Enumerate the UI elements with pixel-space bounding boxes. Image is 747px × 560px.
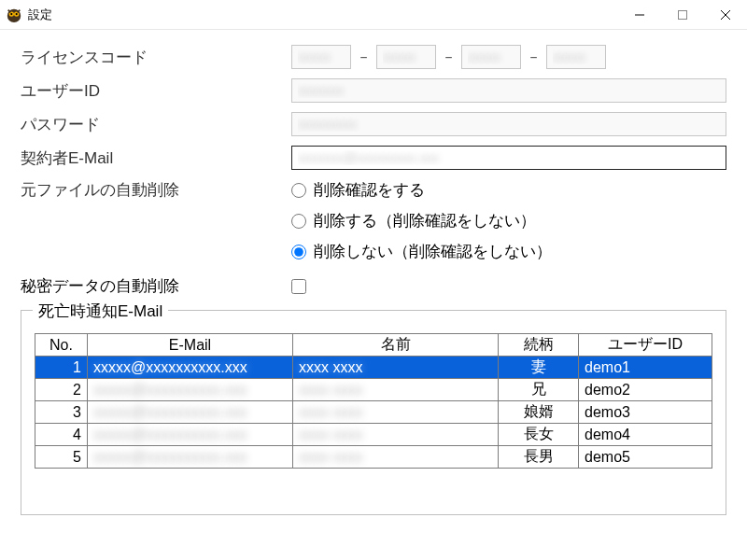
- cell-uid: demo4: [579, 424, 712, 446]
- row-license: ライセンスコード － － －: [21, 45, 726, 69]
- cell-name: xxxx xxxx: [293, 401, 499, 424]
- cell-rel: 妻: [499, 357, 579, 379]
- cell-name: xxxx xxxx: [293, 446, 499, 469]
- table-header-row: No. E-Mail 名前 続柄 ユーザーID: [35, 334, 712, 357]
- license-dash-3: －: [527, 49, 541, 66]
- content-area: ライセンスコード － － － ユーザーID パスワード 契約者E-Mail: [0, 30, 747, 515]
- table-row[interactable]: 3xxxxx@xxxxxxxxxx.xxxxxxx xxxx娘婿demo3: [35, 401, 712, 424]
- th-rel[interactable]: 続柄: [499, 334, 579, 357]
- license-seg2[interactable]: [376, 45, 436, 69]
- cell-no: 2: [35, 379, 88, 401]
- svg-point-3: [10, 13, 12, 15]
- license-seg3[interactable]: [461, 45, 521, 69]
- secret-autodelete-checkbox[interactable]: [291, 279, 306, 294]
- cell-no: 5: [35, 446, 88, 469]
- row-autodelete: 元ファイルの自動削除 削除確認をする 削除する（削除確認をしない） 削除しない（…: [21, 179, 726, 272]
- notify-email-legend: 死亡時通知E-Mail: [33, 301, 168, 322]
- table-row[interactable]: 2xxxxx@xxxxxxxxxx.xxxxxxx xxxx兄demo2: [35, 379, 712, 401]
- license-dash-2: －: [442, 49, 456, 66]
- radio-delete-label: 削除する（削除確認をしない）: [314, 210, 536, 231]
- th-uid[interactable]: ユーザーID: [579, 334, 712, 357]
- cell-email: xxxxx@xxxxxxxxxx.xxx: [88, 401, 293, 424]
- autodelete-options: 削除確認をする 削除する（削除確認をしない） 削除しない（削除確認をしない）: [291, 179, 552, 262]
- license-label: ライセンスコード: [21, 47, 291, 68]
- maximize-icon: [678, 10, 687, 20]
- notify-email-group: 死亡時通知E-Mail No. E-Mail 名前 続柄 ユーザーID 1xxx…: [21, 310, 726, 515]
- radio-nodelete[interactable]: 削除しない（削除確認をしない）: [291, 241, 552, 262]
- th-email[interactable]: E-Mail: [88, 334, 293, 357]
- cell-uid: demo1: [579, 357, 712, 379]
- row-contractor-email: 契約者E-Mail: [21, 146, 726, 170]
- cell-uid: demo2: [579, 379, 712, 401]
- autodelete-label: 元ファイルの自動削除: [21, 179, 291, 201]
- th-name[interactable]: 名前: [293, 334, 499, 357]
- license-fields: － － －: [291, 45, 726, 69]
- cell-no: 3: [35, 401, 88, 424]
- cell-email: xxxxx@xxxxxxxxxx.xxx: [88, 357, 293, 379]
- cell-name: xxxx xxxx: [293, 379, 499, 401]
- table-row[interactable]: 4xxxxx@xxxxxxxxxx.xxxxxxx xxxx長女demo4: [35, 424, 712, 446]
- cell-rel: 長男: [499, 446, 579, 469]
- radio-confirm-label: 削除確認をする: [314, 179, 425, 201]
- window-title: 設定: [28, 7, 52, 23]
- app-icon: [6, 7, 22, 23]
- close-icon: [721, 10, 730, 20]
- radio-delete[interactable]: 削除する（削除確認をしない）: [291, 210, 552, 231]
- cell-email: xxxxx@xxxxxxxxxx.xxx: [88, 446, 293, 469]
- radio-delete-input[interactable]: [291, 214, 306, 229]
- cell-uid: demo5: [579, 446, 712, 469]
- userid-input[interactable]: [291, 78, 726, 103]
- minimize-icon: [635, 10, 644, 20]
- row-secret-autodelete: 秘密データの自動削除: [21, 275, 726, 297]
- userid-label: ユーザーID: [21, 80, 291, 102]
- maximize-button[interactable]: [661, 0, 704, 30]
- password-label: パスワード: [21, 114, 291, 135]
- cell-uid: demo3: [579, 401, 712, 424]
- cell-no: 4: [35, 424, 88, 446]
- close-button[interactable]: [704, 0, 747, 30]
- cell-name: xxxx xxxx: [293, 424, 499, 446]
- notify-email-table[interactable]: No. E-Mail 名前 続柄 ユーザーID 1xxxxx@xxxxxxxxx…: [35, 333, 712, 469]
- license-dash-1: －: [357, 49, 371, 66]
- secret-autodelete-label: 秘密データの自動削除: [21, 275, 291, 297]
- table-row[interactable]: 5xxxxx@xxxxxxxxxx.xxxxxxx xxxx長男demo5: [35, 446, 712, 469]
- cell-name: xxxx xxxx: [293, 357, 499, 379]
- row-password: パスワード: [21, 112, 726, 136]
- minimize-button[interactable]: [618, 0, 661, 30]
- password-input[interactable]: [291, 112, 726, 136]
- th-no[interactable]: No.: [35, 334, 88, 357]
- row-userid: ユーザーID: [21, 78, 726, 103]
- table-row[interactable]: 1xxxxx@xxxxxxxxxx.xxxxxxx xxxx妻demo1: [35, 357, 712, 379]
- radio-confirm-input[interactable]: [291, 183, 306, 198]
- radio-nodelete-input[interactable]: [291, 245, 306, 259]
- cell-email: xxxxx@xxxxxxxxxx.xxx: [88, 424, 293, 446]
- cell-rel: 長女: [499, 424, 579, 446]
- cell-rel: 兄: [499, 379, 579, 401]
- radio-nodelete-label: 削除しない（削除確認をしない）: [314, 241, 552, 262]
- cell-email: xxxxx@xxxxxxxxxx.xxx: [88, 379, 293, 401]
- window-buttons: [618, 0, 747, 30]
- svg-rect-6: [679, 10, 687, 19]
- secret-autodelete-checkbox-wrap[interactable]: [291, 279, 306, 294]
- titlebar: 設定: [0, 0, 747, 30]
- contractor-email-input[interactable]: [291, 146, 726, 170]
- svg-point-4: [16, 13, 18, 15]
- cell-rel: 娘婿: [499, 401, 579, 424]
- contractor-email-label: 契約者E-Mail: [21, 147, 291, 169]
- license-seg1[interactable]: [291, 45, 351, 69]
- radio-confirm[interactable]: 削除確認をする: [291, 179, 552, 201]
- license-seg4[interactable]: [546, 45, 606, 69]
- cell-no: 1: [35, 357, 88, 379]
